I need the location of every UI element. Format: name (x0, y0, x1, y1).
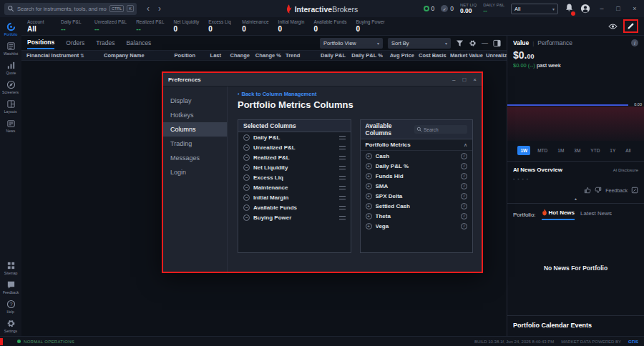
info-icon[interactable]: i (461, 223, 467, 229)
add-column-icon[interactable]: + (366, 163, 372, 169)
column-header[interactable]: Change (223, 52, 252, 59)
info-icon[interactable]: i (461, 193, 467, 199)
dialog-maximize-button[interactable]: □ (462, 76, 466, 83)
row-density-button[interactable]: — (482, 39, 488, 46)
available-column-row[interactable]: +Settled Cashi (361, 201, 473, 211)
range-3m[interactable]: 3M (571, 146, 583, 155)
remove-column-icon[interactable]: − (243, 134, 250, 141)
sort-arrows-icon[interactable]: ⇅ (80, 53, 84, 58)
remove-column-icon[interactable]: − (243, 204, 250, 211)
sidebar-item-portfolio[interactable]: Portfolio (0, 20, 21, 39)
info-icon[interactable]: i (631, 39, 638, 46)
column-group-header[interactable]: Portfolio Metrics ∧ (361, 139, 473, 151)
nav-item-trading[interactable]: Trading (163, 137, 227, 151)
available-column-row[interactable]: +Cashi (361, 151, 473, 161)
tab-orders[interactable]: Orders (66, 37, 84, 49)
range-ytd[interactable]: YTD (587, 146, 602, 155)
range-1m[interactable]: 1M (555, 146, 567, 155)
selected-column-row[interactable]: −Realized P&L (238, 152, 351, 162)
account-filter-dropdown[interactable]: All ▾ (511, 4, 558, 14)
global-search[interactable]: CTRL K (4, 3, 137, 15)
available-column-row[interactable]: +Thetai (361, 211, 473, 221)
column-header[interactable]: Change % (252, 52, 283, 59)
dialog-minimize-button[interactable]: – (452, 76, 455, 83)
nav-item-display[interactable]: Display (163, 94, 227, 108)
selected-column-row[interactable]: −Net Liquidity (238, 162, 351, 172)
feedback-link[interactable]: Feedback (605, 188, 628, 193)
back-arrow-icon[interactable]: ‹ (147, 4, 150, 14)
column-header[interactable]: Daily P&L % (348, 52, 385, 59)
info-icon[interactable]: i (461, 213, 467, 219)
drag-handle-icon[interactable] (339, 206, 346, 209)
remove-column-icon[interactable]: − (243, 184, 250, 191)
thumbs-down-icon[interactable] (595, 187, 602, 194)
tab-latest-news[interactable]: Latest News (580, 210, 612, 219)
column-header[interactable]: Daily P&L (312, 52, 348, 59)
range-1w[interactable]: 1W (517, 146, 530, 155)
remove-column-icon[interactable]: − (243, 154, 250, 161)
remove-column-icon[interactable]: − (243, 174, 250, 181)
column-header[interactable]: Market Value (448, 52, 484, 59)
column-header[interactable]: Company Name (102, 52, 163, 59)
selected-column-row[interactable]: −Daily P&L (238, 132, 351, 142)
filled-counter[interactable]: ✓0 (441, 5, 454, 12)
drag-handle-icon[interactable] (339, 186, 346, 189)
remove-column-icon[interactable]: − (243, 194, 250, 201)
column-header[interactable]: Position (163, 52, 197, 59)
available-column-row[interactable]: +SPX Deltai (361, 191, 473, 201)
column-header[interactable]: Avg Price (385, 52, 416, 59)
calendar-events-title[interactable]: Portfolio Calendar Events (507, 315, 644, 336)
range-all[interactable]: All (623, 146, 633, 155)
add-column-icon[interactable]: + (366, 153, 372, 159)
chevron-up-icon[interactable]: ∧ (464, 142, 467, 148)
available-column-row[interactable]: +SMAi (361, 181, 473, 191)
info-icon[interactable]: i (461, 173, 467, 179)
columns-search[interactable] (414, 125, 467, 134)
sidebar-item-quote[interactable]: Quote (0, 59, 21, 78)
column-header[interactable]: Trend (283, 52, 312, 59)
collapse-section-icon[interactable]: ▴ (507, 195, 644, 203)
sort-by-dropdown[interactable]: Sort By▾ (388, 38, 451, 49)
info-icon[interactable]: i (461, 163, 467, 169)
column-header[interactable]: Financial Instrument⇅ (24, 52, 102, 59)
sidebar-item-settings[interactable]: Settings (0, 317, 21, 336)
filter-button[interactable] (456, 39, 464, 47)
info-icon[interactable]: i (461, 183, 467, 189)
dialog-close-button[interactable]: × (473, 76, 477, 83)
nav-item-login[interactable]: Login (163, 165, 227, 179)
market-data-provider[interactable]: GFIS (628, 340, 638, 344)
drag-handle-icon[interactable] (339, 136, 346, 139)
column-header[interactable]: Cost Basis (416, 52, 448, 59)
search-input[interactable] (17, 6, 107, 12)
window-minimize-button[interactable]: – (597, 5, 607, 12)
selected-column-row[interactable]: −Initial Margin (238, 192, 351, 202)
selected-column-row[interactable]: −Unrealized P&L (238, 142, 351, 152)
info-icon[interactable]: i (461, 153, 467, 159)
range-mtd[interactable]: MTD (535, 146, 550, 155)
sidebar-item-screeners[interactable]: Screeners (0, 78, 21, 97)
eye-icon[interactable] (608, 23, 618, 30)
add-column-icon[interactable]: + (366, 223, 372, 229)
range-1y[interactable]: 1Y (607, 146, 618, 155)
thumbs-up-icon[interactable] (584, 187, 591, 194)
drag-handle-icon[interactable] (339, 196, 346, 199)
edit-pencil-icon[interactable] (627, 22, 635, 30)
table-settings-button[interactable] (469, 39, 477, 47)
tab-performance[interactable]: Performance (537, 39, 572, 46)
info-icon[interactable]: i (461, 203, 467, 209)
sidebar-item-news[interactable]: News (0, 117, 21, 136)
add-column-icon[interactable]: + (366, 203, 372, 209)
panel-toggle-button[interactable] (493, 39, 501, 47)
nav-item-messages[interactable]: Messages (163, 151, 227, 165)
available-column-row[interactable]: +Vegai (361, 221, 473, 231)
remove-column-icon[interactable]: − (243, 214, 250, 221)
drag-handle-icon[interactable] (339, 156, 346, 159)
remove-column-icon[interactable]: − (243, 164, 250, 171)
sidebar-item-sitemap[interactable]: Sitemap (0, 259, 21, 278)
nav-item-hotkeys[interactable]: Hotkeys (163, 108, 227, 122)
back-to-column-management-link[interactable]: ‹ Back to Column Management (238, 91, 473, 97)
selected-column-row[interactable]: −Available Funds (238, 202, 351, 212)
sidebar-item-help[interactable]: ? Help (0, 297, 21, 317)
sidebar-item-watchlist[interactable]: Watchlist (0, 39, 21, 59)
portfolio-view-dropdown[interactable]: Portfolio View▾ (320, 38, 383, 49)
